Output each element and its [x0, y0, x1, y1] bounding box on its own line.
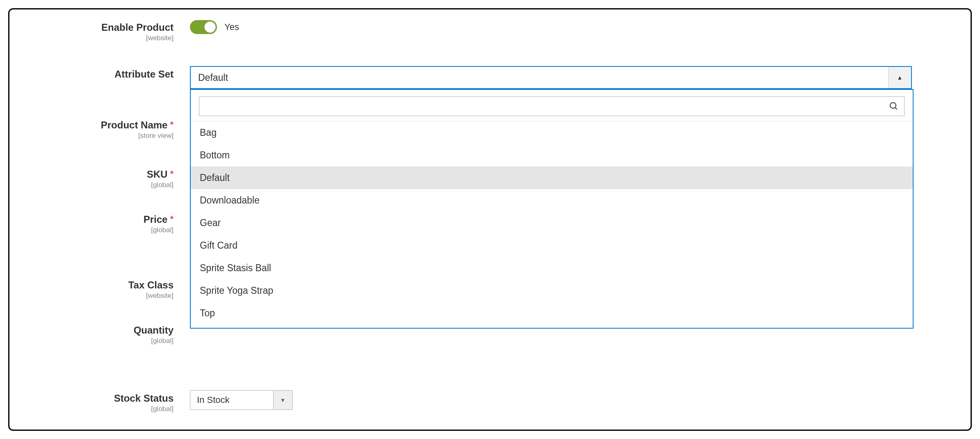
- required-mark-product-name: *: [170, 119, 174, 130]
- stock-status-dropdown-toggle[interactable]: ▼: [273, 391, 292, 409]
- label-sku: SKU* [global]: [26, 169, 190, 189]
- enable-product-value-text: Yes: [224, 22, 239, 32]
- label-enable-product: Enable Product [website]: [26, 19, 190, 42]
- control-enable-product: Yes: [190, 19, 954, 42]
- toggle-wrap-enable-product: Yes: [190, 19, 954, 34]
- attribute-set-option[interactable]: Default: [191, 167, 913, 189]
- scope-stock-status: [global]: [26, 405, 174, 413]
- label-price: Price* [global]: [26, 214, 190, 234]
- attribute-set-option[interactable]: Sprite Yoga Strap: [191, 279, 913, 302]
- stock-status-selected-value: In Stock: [190, 395, 273, 405]
- search-icon: [889, 101, 899, 111]
- attribute-set-option[interactable]: Sprite Stasis Ball: [191, 257, 913, 279]
- scope-sku: [global]: [26, 181, 174, 189]
- label-text-enable-product: Enable Product: [26, 22, 174, 33]
- label-text-quantity: Quantity: [26, 325, 174, 336]
- attribute-set-dropdown-panel: BagBottomDefaultDownloadableGearGift Car…: [190, 89, 914, 329]
- chevron-down-icon: ▼: [280, 397, 286, 403]
- attribute-set-selected-value: Default: [191, 72, 888, 83]
- attribute-set-option[interactable]: Top: [191, 302, 913, 325]
- attribute-set-option[interactable]: Gear: [191, 212, 913, 234]
- dropdown-search: [199, 96, 905, 116]
- row-attribute-set: Attribute Set Default ▲: [26, 66, 954, 89]
- scope-tax-class: [website]: [26, 292, 174, 300]
- toggle-knob: [204, 21, 216, 33]
- scope-enable-product: [website]: [26, 34, 174, 42]
- attribute-set-dropdown-toggle[interactable]: ▲: [888, 67, 911, 88]
- control-stock-status: In Stock ▼: [190, 390, 954, 413]
- scope-quantity: [global]: [26, 337, 174, 345]
- label-attribute-set: Attribute Set: [26, 66, 190, 89]
- attribute-set-select[interactable]: Default ▲: [190, 66, 912, 89]
- scope-price: [global]: [26, 226, 174, 234]
- label-text-tax-class: Tax Class: [26, 279, 174, 291]
- required-mark-sku: *: [170, 169, 174, 179]
- chevron-up-icon: ▲: [897, 74, 903, 81]
- sku-label-text: SKU: [147, 169, 168, 180]
- attribute-set-option[interactable]: Gift Card: [191, 234, 913, 257]
- label-text-sku: SKU*: [26, 169, 174, 180]
- attribute-set-option[interactable]: Downloadable: [191, 189, 913, 212]
- attribute-set-option[interactable]: Bag: [191, 121, 913, 144]
- product-form-panel: Enable Product [website] Yes Attribute S…: [8, 8, 972, 431]
- enable-product-toggle[interactable]: [190, 20, 217, 34]
- dropdown-search-wrap: [191, 90, 913, 121]
- label-text-attribute-set: Attribute Set: [26, 69, 174, 80]
- attribute-set-option[interactable]: Bottom: [191, 144, 913, 167]
- label-product-name: Product Name* [store view]: [26, 119, 190, 140]
- label-text-stock-status: Stock Status: [26, 393, 174, 404]
- price-label-text: Price: [144, 214, 168, 225]
- svg-line-1: [895, 107, 897, 110]
- required-mark-price: *: [170, 214, 174, 224]
- label-stock-status: Stock Status [global]: [26, 390, 190, 413]
- scope-product-name: [store view]: [26, 132, 174, 140]
- control-attribute-set: Default ▲ BagBottomDefaultDownloadableGe…: [190, 66, 954, 89]
- label-quantity: Quantity [global]: [26, 325, 190, 345]
- row-enable-product: Enable Product [website] Yes: [26, 19, 954, 42]
- label-tax-class: Tax Class [website]: [26, 279, 190, 300]
- label-text-product-name: Product Name*: [26, 119, 174, 131]
- attribute-set-options-list: BagBottomDefaultDownloadableGearGift Car…: [191, 121, 913, 325]
- product-name-label-text: Product Name: [101, 119, 168, 130]
- label-text-price: Price*: [26, 214, 174, 225]
- stock-status-select[interactable]: In Stock ▼: [190, 390, 292, 410]
- row-stock-status: Stock Status [global] In Stock ▼: [26, 390, 954, 413]
- attribute-set-search-input[interactable]: [199, 96, 905, 116]
- svg-point-0: [890, 103, 896, 108]
